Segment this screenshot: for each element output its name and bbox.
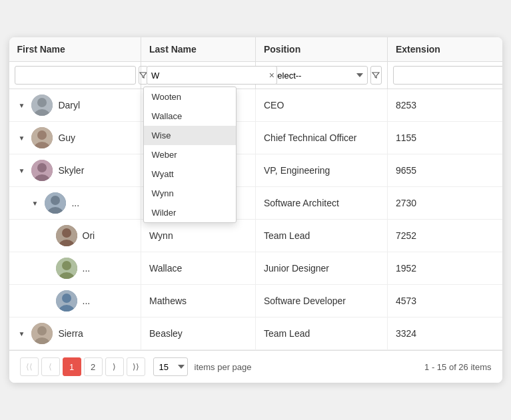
- page-1-button[interactable]: 1: [63, 357, 81, 376]
- cell-lastname: Wallace: [141, 252, 256, 285]
- svg-point-7: [37, 163, 47, 172]
- position-filter-button[interactable]: [370, 66, 382, 85]
- table-row: ...WallaceJunior Designer1952: [9, 252, 502, 285]
- cell-extension: 4573: [388, 285, 502, 317]
- expand-button[interactable]: ▼: [17, 101, 27, 110]
- dropdown-item[interactable]: Weber: [144, 145, 236, 164]
- dropdown-item[interactable]: Wooten: [144, 87, 236, 106]
- next-page-button[interactable]: ⟩: [105, 357, 124, 376]
- prev-page-button[interactable]: ⟨: [41, 357, 60, 376]
- avatar: [56, 258, 77, 279]
- svg-point-10: [51, 196, 60, 205]
- table-row: ▼ ...WeberSoftware Architect2730: [9, 187, 502, 220]
- pagination-bar: ⟨⟨ ⟨ 1 2 ⟩ ⟩⟩ 15 25 50 100 items per pag…: [9, 350, 502, 383]
- filter-icon: [139, 71, 147, 79]
- avatar: [31, 323, 53, 344]
- avatar: [31, 160, 53, 181]
- avatar: [56, 225, 77, 246]
- cell-extension: 8253: [388, 89, 502, 122]
- col-header-extension: Extension: [388, 37, 502, 62]
- filter-extension: ▲ ▼: [388, 62, 502, 89]
- filter-firstname: [9, 62, 141, 89]
- dropdown-item[interactable]: Wyatt: [144, 164, 236, 184]
- cell-position: Software Architect: [255, 187, 387, 220]
- table-body: ▼ DarylWootenCEO8253▼ GuyWallaceChief Te…: [9, 89, 502, 350]
- person-name: Ori: [83, 230, 95, 241]
- cell-firstname: ▼ ...: [9, 187, 141, 220]
- filter-icon: [372, 71, 380, 79]
- cell-position: Chief Technical Officer: [255, 122, 387, 154]
- header-row: First Name Last Name Position Extension: [9, 37, 502, 62]
- cell-firstname: Ori: [9, 220, 141, 252]
- cell-lastname: Beasley: [141, 317, 256, 350]
- cell-firstname: ▼ Guy: [9, 122, 141, 154]
- person-name: ...: [83, 296, 91, 306]
- table-row: ...MathewsSoftware Developer4573: [9, 285, 502, 317]
- cell-firstname: ...: [9, 285, 141, 317]
- col-header-position: Position: [255, 37, 387, 62]
- lastname-dropdown: WootenWallaceWiseWeberWyattWynnWilder: [143, 87, 237, 223]
- extension-filter-input[interactable]: [393, 66, 502, 85]
- cell-position: Software Developer: [255, 285, 387, 317]
- svg-point-13: [62, 228, 71, 238]
- dropdown-item[interactable]: Wallace: [144, 106, 236, 126]
- person-name: Skyler: [58, 165, 84, 176]
- svg-point-16: [62, 261, 71, 270]
- items-per-page-label: items per page: [195, 362, 252, 372]
- table-row: ▼ SierraBeasleyTeam Lead3324: [9, 317, 502, 350]
- expand-button[interactable]: ▼: [17, 329, 27, 339]
- dropdown-item[interactable]: Wise: [144, 126, 236, 145]
- person-name: Guy: [58, 132, 75, 143]
- cell-extension: 7252: [388, 220, 502, 252]
- table-wrapper: First Name Last Name Position Extension: [9, 37, 502, 350]
- table-row: OriWynnTeam Lead7252: [9, 220, 502, 252]
- person-name: ...: [83, 263, 91, 274]
- cell-extension: 1155: [388, 122, 502, 154]
- dropdown-item[interactable]: Wynn: [144, 184, 236, 203]
- lastname-clear-button[interactable]: ×: [269, 71, 274, 80]
- firstname-filter-input[interactable]: [15, 66, 136, 85]
- svg-point-19: [62, 294, 71, 303]
- expand-button[interactable]: ▼: [17, 133, 27, 143]
- svg-point-1: [37, 98, 47, 107]
- data-grid: First Name Last Name Position Extension: [9, 37, 502, 383]
- svg-point-22: [37, 326, 47, 335]
- avatar: [45, 192, 66, 214]
- cell-lastname: Mathews: [141, 285, 256, 317]
- cell-extension: 2730: [388, 187, 502, 220]
- cell-position: CEO: [255, 89, 387, 122]
- col-header-lastname: Last Name: [141, 37, 256, 62]
- person-name: ...: [71, 198, 79, 208]
- cell-extension: 1952: [388, 252, 502, 285]
- last-page-button[interactable]: ⟩⟩: [127, 357, 145, 376]
- cell-extension: 9655: [388, 154, 502, 187]
- cell-lastname: Wynn: [141, 220, 256, 252]
- cell-firstname: ▼ Skyler: [9, 154, 141, 187]
- page-2-button[interactable]: 2: [84, 357, 103, 376]
- main-table: First Name Last Name Position Extension: [9, 37, 502, 350]
- cell-firstname: ▼ Daryl: [9, 89, 141, 122]
- svg-point-4: [37, 130, 47, 140]
- expand-button[interactable]: ▼: [31, 198, 40, 208]
- pagination-info: 1 - 15 of 26 items: [424, 362, 491, 372]
- table-row: ▼ SkylerWiseVP, Engineering9655: [9, 154, 502, 187]
- avatar: [31, 127, 53, 148]
- cell-firstname: ...: [9, 252, 141, 285]
- dropdown-item[interactable]: Wilder: [144, 203, 236, 222]
- table-row: ▼ GuyWallaceChief Technical Officer1155: [9, 122, 502, 154]
- cell-extension: 3324: [388, 317, 502, 350]
- person-name: Sierra: [58, 328, 83, 339]
- cell-position: Team Lead: [255, 220, 387, 252]
- per-page-select[interactable]: 15 25 50 100: [153, 357, 188, 376]
- expand-button[interactable]: ▼: [17, 166, 27, 176]
- avatar: [56, 290, 77, 312]
- person-name: Daryl: [58, 100, 80, 110]
- avatar: [31, 95, 53, 116]
- cell-position: VP, Engineering: [255, 154, 387, 187]
- lastname-filter-input[interactable]: [147, 66, 277, 85]
- table-row: ▼ DarylWootenCEO8253: [9, 89, 502, 122]
- first-page-button[interactable]: ⟨⟨: [20, 357, 39, 376]
- col-header-firstname: First Name: [9, 37, 141, 62]
- cell-position: Junior Designer: [255, 252, 387, 285]
- filter-row: ×: [9, 62, 502, 89]
